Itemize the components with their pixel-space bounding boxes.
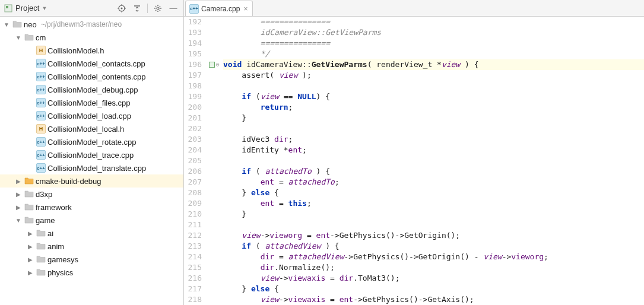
code-line[interactable]: =============== xyxy=(223,38,644,49)
project-tree[interactable]: ▼neo~/prj/dhewm3-master/neo▼cmHCollision… xyxy=(0,17,183,305)
tree-item-collisionmodel-files-cpp[interactable]: c++CollisionModel_files.cpp xyxy=(0,96,183,109)
tree-item-anim[interactable]: ▶anim xyxy=(0,240,183,253)
code-line[interactable]: void idCameraView::GetViewParms( renderV… xyxy=(223,59,644,70)
tree-item-label: neo xyxy=(24,20,37,29)
code-line[interactable]: assert( view ); xyxy=(223,70,644,81)
chevron-right-icon[interactable]: ▶ xyxy=(26,242,34,250)
line-number: 213 xyxy=(184,241,202,252)
tree-item-ai[interactable]: ▶ai xyxy=(0,227,183,240)
code-line[interactable] xyxy=(223,155,644,166)
fold-icon[interactable]: ⊖ xyxy=(215,59,219,70)
collapse-all-icon[interactable] xyxy=(131,2,144,15)
gutter-mark xyxy=(205,102,223,113)
code-content[interactable]: =============== idCameraView::GetViewPar… xyxy=(223,17,644,305)
gutter-mark: ⊖ xyxy=(205,59,223,70)
gutter-mark xyxy=(205,198,223,209)
chevron-down-icon[interactable]: ▼ xyxy=(2,20,11,28)
tree-item-collisionmodel-local-h[interactable]: HCollisionModel_local.h xyxy=(0,122,183,135)
chevron-down-icon[interactable]: ▼ xyxy=(14,33,23,42)
tree-item-game[interactable]: ▼game xyxy=(0,214,183,227)
code-line[interactable]: view->viewaxis = dir.ToMat3(); xyxy=(223,273,644,284)
tree-item-collisionmodel-h[interactable]: HCollisionModel.h xyxy=(0,44,183,57)
tree-item-collisionmodel-contacts-cpp[interactable]: c++CollisionModel_contacts.cpp xyxy=(0,57,183,70)
code-line[interactable]: idVec3 dir; xyxy=(223,134,644,145)
tree-item-label: cmake-build-debug xyxy=(36,177,101,186)
code-line[interactable]: =============== xyxy=(223,17,644,27)
code-line[interactable]: view->vieworg = ent->GetPhysics()->GetOr… xyxy=(223,230,644,241)
tree-item-collisionmodel-rotate-cpp[interactable]: c++CollisionModel_rotate.cpp xyxy=(0,135,183,148)
code-line[interactable]: dir.Normalize(); xyxy=(223,262,644,273)
tree-item-label: anim xyxy=(47,242,64,251)
gutter-mark xyxy=(205,27,223,38)
code-line[interactable]: } xyxy=(223,209,644,220)
line-number: 211 xyxy=(184,220,202,230)
chevron-right-icon[interactable]: ▶ xyxy=(26,229,34,237)
code-line[interactable]: } else { xyxy=(223,284,644,294)
code-line[interactable]: if (view == NULL) { xyxy=(223,91,644,102)
tree-item-label: physics xyxy=(47,268,73,277)
chevron-right-icon[interactable]: ▶ xyxy=(14,177,23,185)
tree-item-label: CollisionModel_debug.cpp xyxy=(47,85,138,94)
tree-item-collisionmodel-load-cpp[interactable]: c++CollisionModel_load.cpp xyxy=(0,109,183,122)
cpp-file-icon: c++ xyxy=(36,72,46,81)
tree-item-label: CollisionModel_contacts.cpp xyxy=(47,59,145,68)
cpp-file-icon: c++ xyxy=(36,59,46,68)
svg-line-17 xyxy=(156,9,156,10)
sidebar-title-group[interactable]: Project ▼ xyxy=(4,4,115,13)
svg-line-15 xyxy=(156,6,156,7)
chevron-down-icon[interactable]: ▼ xyxy=(14,216,23,224)
svg-line-18 xyxy=(160,6,160,7)
code-line[interactable]: view->viewaxis = ent->GetPhysics()->GetA… xyxy=(223,294,644,305)
tree-item-physics[interactable]: ▶physics xyxy=(0,266,183,279)
code-line[interactable]: idEntity *ent; xyxy=(223,145,644,155)
line-number: 198 xyxy=(184,81,202,91)
code-line[interactable] xyxy=(223,220,644,230)
tree-item-cmake-build-debug[interactable]: ▶cmake-build-debug xyxy=(0,174,183,188)
code-line[interactable]: ent = this; xyxy=(223,198,644,209)
line-number: 212 xyxy=(184,230,202,241)
tree-item-collisionmodel-contents-cpp[interactable]: c++CollisionModel_contents.cpp xyxy=(0,70,183,83)
code-line[interactable]: if ( attachedTo ) { xyxy=(223,166,644,177)
code-line[interactable]: idCameraView::GetViewParms xyxy=(223,27,644,38)
close-icon[interactable]: × xyxy=(242,5,249,13)
chevron-right-icon[interactable]: ▶ xyxy=(14,203,23,211)
gutter-mark xyxy=(205,70,223,81)
code-line[interactable]: } xyxy=(223,113,644,123)
code-line[interactable]: ent = attachedTo; xyxy=(223,177,644,188)
code-line[interactable] xyxy=(223,123,644,134)
line-number: 205 xyxy=(184,155,202,166)
chevron-right-icon[interactable]: ▶ xyxy=(26,268,34,277)
cpp-file-icon: c++ xyxy=(36,163,46,173)
line-number: 208 xyxy=(184,188,202,198)
tree-item-collisionmodel-debug-cpp[interactable]: c++CollisionModel_debug.cpp xyxy=(0,83,183,96)
tree-item-gamesys[interactable]: ▶gamesys xyxy=(0,253,183,266)
hide-icon[interactable]: — xyxy=(167,2,180,15)
line-number: 210 xyxy=(184,209,202,220)
tree-item-cm[interactable]: ▼cm xyxy=(0,31,183,44)
chevron-right-icon[interactable]: ▶ xyxy=(14,190,23,198)
tree-item-label: ai xyxy=(47,229,53,238)
code-line[interactable]: if ( attachedView ) { xyxy=(223,241,644,252)
tab-camera-cpp[interactable]: c++ Camera.cpp × xyxy=(185,1,253,16)
code-line[interactable]: return; xyxy=(223,102,644,113)
code-editor[interactable]: 1921931941951961971981992002012022032042… xyxy=(184,17,644,305)
gutter-mark xyxy=(205,220,223,230)
target-icon[interactable] xyxy=(115,2,128,15)
line-number: 207 xyxy=(184,177,202,188)
tree-item-collisionmodel-translate-cpp[interactable]: c++CollisionModel_translate.cpp xyxy=(0,161,183,174)
chevron-right-icon[interactable]: ▶ xyxy=(26,255,34,263)
tree-item-framework[interactable]: ▶framework xyxy=(0,201,183,214)
cpp-file-icon: c++ xyxy=(36,98,46,107)
marker-gutter: ⊖ xyxy=(205,17,223,305)
code-line[interactable]: } else { xyxy=(223,188,644,198)
line-number: 193 xyxy=(184,27,202,38)
tree-item-d3xp[interactable]: ▶d3xp xyxy=(0,188,183,201)
gear-icon[interactable] xyxy=(151,2,164,15)
code-line[interactable]: dir = attachedView->GetPhysics()->GetOri… xyxy=(223,252,644,262)
tree-item-neo[interactable]: ▼neo~/prj/dhewm3-master/neo xyxy=(0,18,183,31)
tree-item-collisionmodel-trace-cpp[interactable]: c++CollisionModel_trace.cpp xyxy=(0,148,183,161)
code-line[interactable]: */ xyxy=(223,49,644,59)
line-number: 214 xyxy=(184,252,202,262)
project-sidebar: Project ▼ — ▼neo~/prj/dhewm3-master/neo▼… xyxy=(0,0,184,305)
code-line[interactable] xyxy=(223,81,644,91)
